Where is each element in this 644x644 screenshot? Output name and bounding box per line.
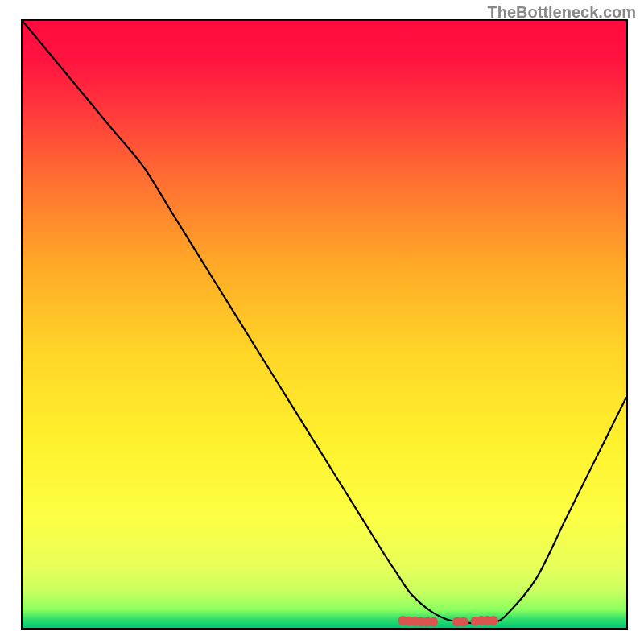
highlight-points (398, 616, 499, 627)
plot-area (21, 19, 628, 630)
watermark-text: TheBottleneck.com (488, 3, 636, 22)
marker-point (459, 617, 469, 626)
marker-point (489, 616, 498, 625)
marker-layer (23, 21, 626, 628)
marker-point (428, 617, 438, 626)
chart-container: TheBottleneck.com (0, 0, 644, 644)
